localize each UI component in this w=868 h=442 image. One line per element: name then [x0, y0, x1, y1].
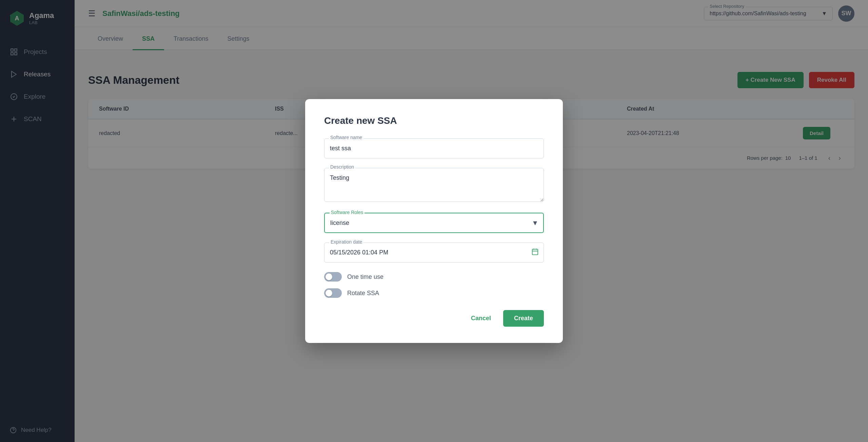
software-name-input[interactable] — [324, 138, 544, 158]
calendar-icon[interactable] — [531, 248, 539, 257]
one-time-use-label: One time use — [347, 273, 383, 281]
software-name-label: Software name — [329, 135, 363, 140]
software-roles-select[interactable]: license admin user — [325, 213, 543, 232]
description-label: Description — [329, 164, 355, 170]
modal-title: Create new SSA — [324, 115, 544, 126]
modal-actions: Cancel Create — [324, 310, 544, 327]
description-group: Description Testing — [324, 168, 544, 203]
description-input[interactable]: Testing — [324, 168, 544, 202]
one-time-use-toggle[interactable] — [324, 272, 342, 282]
create-ssa-modal: Create new SSA Software name Description… — [305, 99, 563, 343]
expiration-date-group: Expiration date — [324, 243, 544, 263]
modal-overlay: Create new SSA Software name Description… — [0, 0, 868, 442]
software-name-group: Software name — [324, 138, 544, 158]
expiration-date-label: Expiration date — [329, 239, 363, 245]
one-time-use-row: One time use — [324, 272, 544, 282]
rotate-ssa-toggle[interactable] — [324, 288, 342, 298]
toggle-knob — [326, 273, 332, 280]
software-roles-wrapper: Software Roles license admin user ▼ — [324, 213, 544, 233]
expiration-date-input[interactable] — [324, 243, 544, 262]
cancel-button[interactable]: Cancel — [464, 310, 498, 327]
software-roles-group: Software Roles license admin user ▼ — [324, 213, 544, 233]
date-input-wrapper: Expiration date — [324, 243, 544, 263]
create-button[interactable]: Create — [503, 310, 544, 327]
software-roles-label: Software Roles — [330, 210, 364, 215]
rotate-ssa-label: Rotate SSA — [347, 290, 379, 297]
rotate-ssa-row: Rotate SSA — [324, 288, 544, 298]
rotate-toggle-knob — [326, 290, 332, 296]
svg-rect-12 — [532, 249, 538, 255]
